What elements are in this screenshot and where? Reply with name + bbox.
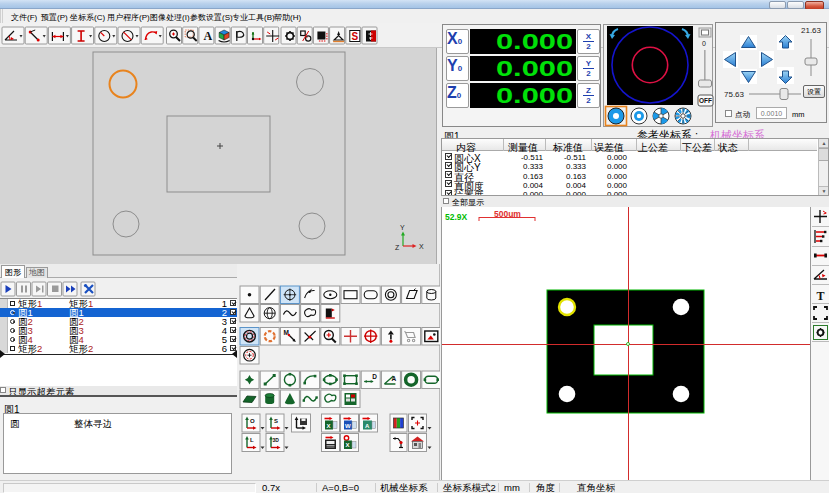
svg-text:A: A: [365, 423, 370, 429]
svg-text:X: X: [327, 423, 331, 429]
svg-text:L: L: [250, 437, 254, 443]
svg-text:Y: Y: [400, 224, 405, 231]
svg-text:OFF: OFF: [699, 97, 712, 104]
svg-text:21.63: 21.63: [801, 26, 822, 35]
svg-text:0: 0: [702, 40, 706, 47]
svg-text:A: A: [204, 29, 213, 43]
svg-text:Z: Z: [395, 244, 400, 251]
svg-text:X: X: [346, 442, 350, 448]
svg-text:A: A: [391, 375, 396, 382]
svg-text:O: O: [250, 418, 255, 424]
svg-text:W: W: [345, 423, 351, 429]
svg-text:S: S: [351, 31, 358, 42]
svg-text:D: D: [372, 373, 377, 380]
svg-text:75.63: 75.63: [724, 90, 745, 99]
svg-text:S: S: [274, 418, 278, 424]
svg-text:T: T: [816, 289, 824, 303]
svg-text:52.9X: 52.9X: [445, 212, 468, 222]
svg-text:3D: 3D: [273, 437, 280, 443]
svg-text:X: X: [419, 243, 424, 250]
